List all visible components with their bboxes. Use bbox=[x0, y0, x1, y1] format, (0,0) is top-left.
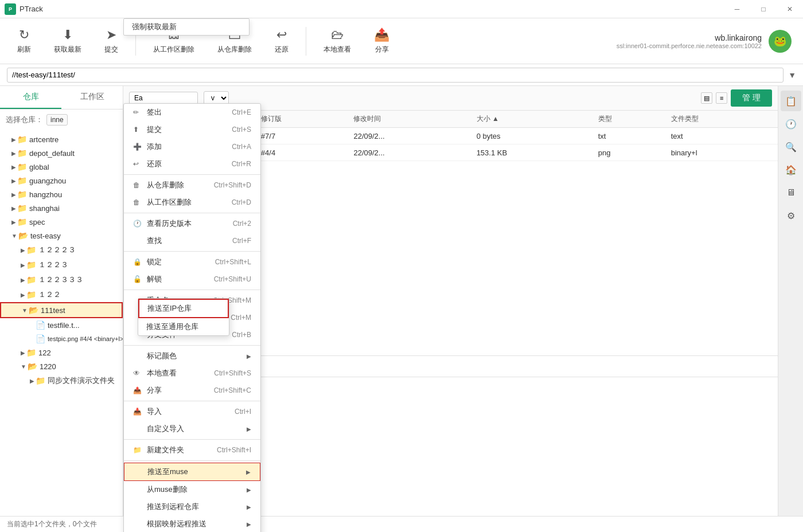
tab-workspace[interactable]: 工作区 bbox=[61, 86, 123, 109]
menu-item-remove-depot[interactable]: 🗑从仓库删除 Ctrl+Shift+D bbox=[124, 177, 260, 194]
tree-item-testfile[interactable]: ▶ 📄 testfile.t... bbox=[0, 318, 123, 332]
menu-item-local-view[interactable]: 👁本地查看 Ctrl+Shift+S bbox=[124, 365, 260, 382]
toolbar: ↻ 刷新 ⬇ 获取最新 ➤ 提交 🗂 从工作区删除 🗃 从仓库删除 ↩ 还原 🗁… bbox=[0, 18, 803, 64]
menu-item-push-muse[interactable]: 推送至muse ▶ bbox=[124, 463, 260, 481]
sidebar-icon-history[interactable]: 🕐 bbox=[781, 114, 801, 134]
shortcut-remove-depot: Ctrl+Shift+D bbox=[214, 181, 251, 189]
submenu-label-push-ip: 推送至IP仓库 bbox=[147, 303, 192, 314]
statusbar: 当前选中1个文件夹，0个文件 bbox=[0, 516, 803, 532]
col-type[interactable]: 类型 bbox=[592, 111, 665, 128]
user-avatar: 🐸 bbox=[769, 30, 792, 53]
tree-item-guangzhou[interactable]: ▶ 📁 guangzhou bbox=[0, 174, 123, 187]
expand-icon-syncdir: ▶ bbox=[30, 378, 34, 384]
fetch-label: 获取最新 bbox=[54, 45, 81, 54]
tree-item-artcentre[interactable]: ▶ 📁 artcentre bbox=[0, 132, 123, 146]
col-size[interactable]: 大小 ▲ bbox=[471, 111, 592, 128]
tree-item-global[interactable]: ▶ 📁 global bbox=[0, 160, 123, 174]
tree-item-depot-default[interactable]: ▶ 📁 depot_default bbox=[0, 146, 123, 160]
submit-button[interactable]: ➤ 提交 bbox=[99, 25, 124, 57]
minimize-button[interactable]: ─ bbox=[724, 0, 750, 18]
tree-item-hangzhou[interactable]: ▶ 📁 hangzhou bbox=[0, 187, 123, 201]
manage-button[interactable]: 管 理 bbox=[731, 89, 772, 107]
sidebar-icon-notes[interactable]: 📋 bbox=[781, 91, 801, 111]
folder-icon-spec: 📁 bbox=[17, 217, 27, 226]
menu-item-import[interactable]: 📥导入 Ctrl+I bbox=[124, 403, 260, 420]
grid-view-button[interactable]: ▤ bbox=[701, 92, 712, 104]
tree-item-122[interactable]: ▶ 📁 122 bbox=[0, 346, 123, 359]
revert-button[interactable]: ↩ 还原 bbox=[269, 25, 294, 57]
menu-item-lock[interactable]: 🔒锁定 Ctrl+Shift+L bbox=[124, 253, 260, 271]
filter-input[interactable] bbox=[129, 92, 198, 104]
menu-item-revert[interactable]: ↩还原 Ctrl+R bbox=[124, 155, 260, 173]
menu-label-push-mapped: 根据映射远程推送 bbox=[147, 519, 206, 529]
menu-item-color[interactable]: 标记颜色 ▶ bbox=[124, 347, 260, 365]
file-icon-testpic: 📄 bbox=[36, 334, 45, 343]
cell-filetype-1: text bbox=[665, 128, 778, 144]
path-dropdown-arrow[interactable]: ▼ bbox=[788, 71, 796, 80]
arrow-custom-import: ▶ bbox=[247, 426, 251, 432]
shortcut-unlock: Ctrl+Shift+U bbox=[214, 275, 251, 283]
tree-item-1223[interactable]: ▶ 📁 １２２３ bbox=[0, 257, 123, 272]
remove-workspace-label: 从工作区删除 bbox=[153, 45, 194, 54]
submenu-item-push-general[interactable]: 推送至通用仓库 bbox=[138, 318, 229, 335]
menu-item-push-mapped[interactable]: 根据映射远程推送 ▶ bbox=[124, 515, 260, 532]
col-modified[interactable]: 修改时间 bbox=[348, 111, 470, 128]
menu-item-push-remote[interactable]: 推送到远程仓库 ▶ bbox=[124, 498, 260, 515]
folder-icon-artcentre: 📁 bbox=[17, 135, 27, 144]
share-button[interactable]: 📤 分享 bbox=[368, 25, 395, 57]
folder-icon-111test: 📂 bbox=[29, 306, 38, 315]
expand-icon-global: ▶ bbox=[11, 164, 16, 170]
repo-selector-value[interactable]: inne bbox=[46, 114, 68, 126]
tree-item-122-sub[interactable]: ▶ 📁 １２２ bbox=[0, 287, 123, 302]
menu-item-add[interactable]: ➕添加 Ctrl+A bbox=[124, 138, 260, 155]
submenu-item-push-ip[interactable]: 推送至IP仓库 bbox=[138, 299, 229, 318]
sidebar-icon-search[interactable]: 🔍 bbox=[781, 136, 801, 157]
menu-item-commit[interactable]: ⬆提交 Ctrl+S bbox=[124, 121, 260, 138]
cell-revision-1: #7/7 bbox=[255, 128, 348, 144]
menu-item-custom-import[interactable]: 自定义导入 ▶ bbox=[124, 420, 260, 437]
arrow-remove-muse: ▶ bbox=[247, 487, 251, 493]
submenu-label-push-general: 推送至通用仓库 bbox=[146, 322, 198, 332]
tree-item-1220[interactable]: ▼ 📂 1220 bbox=[0, 359, 123, 373]
expand-icon-test-easy: ▼ bbox=[11, 233, 17, 239]
menu-item-new-folder[interactable]: 📁新建文件夹 Ctrl+Shift+I bbox=[124, 441, 260, 459]
sidebar-icon-settings[interactable]: ⚙ bbox=[781, 205, 801, 226]
menu-label-push-remote: 推送到远程仓库 bbox=[147, 502, 199, 512]
shortcut-add: Ctrl+A bbox=[232, 143, 251, 151]
menu-item-checkout[interactable]: ✏签出 Ctrl+E bbox=[124, 104, 260, 121]
menu-item-unlock[interactable]: 🔓解锁 Ctrl+Shift+U bbox=[124, 271, 260, 288]
path-input[interactable] bbox=[7, 68, 783, 83]
force-fetch-item[interactable]: 强制获取最新 bbox=[124, 19, 249, 35]
list-view-button[interactable]: ≡ bbox=[716, 92, 727, 104]
maximize-button[interactable]: □ bbox=[750, 0, 777, 18]
share-label: 分享 bbox=[375, 45, 389, 54]
tree-item-shanghai[interactable]: ▶ 📁 shanghai bbox=[0, 201, 123, 215]
window-controls: ─ □ ✕ bbox=[724, 0, 803, 18]
menu-item-remove-workspace[interactable]: 🗑从工作区删除 Ctrl+D bbox=[124, 194, 260, 211]
tree-item-spec[interactable]: ▶ 📁 spec bbox=[0, 215, 123, 229]
col-filetype[interactable]: 文件类型 bbox=[665, 111, 778, 128]
menu-item-search[interactable]: 查找 Ctrl+F bbox=[124, 232, 260, 249]
tree-item-test-easy[interactable]: ▼ 📂 test-easy bbox=[0, 229, 123, 242]
tree-label-1223: １２２３ bbox=[38, 260, 68, 270]
tab-repo[interactable]: 仓库 bbox=[0, 86, 61, 109]
col-revision[interactable]: 修订版 bbox=[255, 111, 348, 128]
tree-item-12223[interactable]: ▶ 📁 １２２２３ bbox=[0, 242, 123, 257]
tree-item-testpic[interactable]: ▶ 📄 testpic.png #4/4 <binary+l> bbox=[0, 332, 123, 346]
tree-item-syncdir[interactable]: ▶ 📁 同步文件演示文件夹 bbox=[0, 373, 123, 388]
local-view-button[interactable]: 🗁 本地查看 bbox=[318, 25, 357, 57]
sidebar-icon-depot[interactable]: 🏠 bbox=[781, 159, 801, 180]
add-icon: ➕ bbox=[133, 143, 142, 151]
tree-item-111test[interactable]: ▼ 📂 111test bbox=[0, 302, 123, 318]
revert-label: 还原 bbox=[275, 45, 289, 54]
tree-item-122333[interactable]: ▶ 📁 １２２３３３ bbox=[0, 272, 123, 287]
menu-item-history[interactable]: 🕐查看历史版本 Ctrl+2 bbox=[124, 215, 260, 232]
menu-item-remove-muse[interactable]: 从muse删除 ▶ bbox=[124, 481, 260, 498]
sidebar-icon-local[interactable]: 🖥 bbox=[781, 182, 801, 203]
tree-label-test-easy: test-easy bbox=[30, 232, 61, 240]
new-folder-icon: 📁 bbox=[133, 446, 142, 454]
refresh-button[interactable]: ↻ 刷新 bbox=[11, 25, 37, 57]
close-button[interactable]: ✕ bbox=[777, 0, 803, 18]
fetch-button[interactable]: ⬇ 获取最新 bbox=[48, 25, 87, 57]
menu-item-share[interactable]: 📤分享 Ctrl+Shift+C bbox=[124, 382, 260, 399]
